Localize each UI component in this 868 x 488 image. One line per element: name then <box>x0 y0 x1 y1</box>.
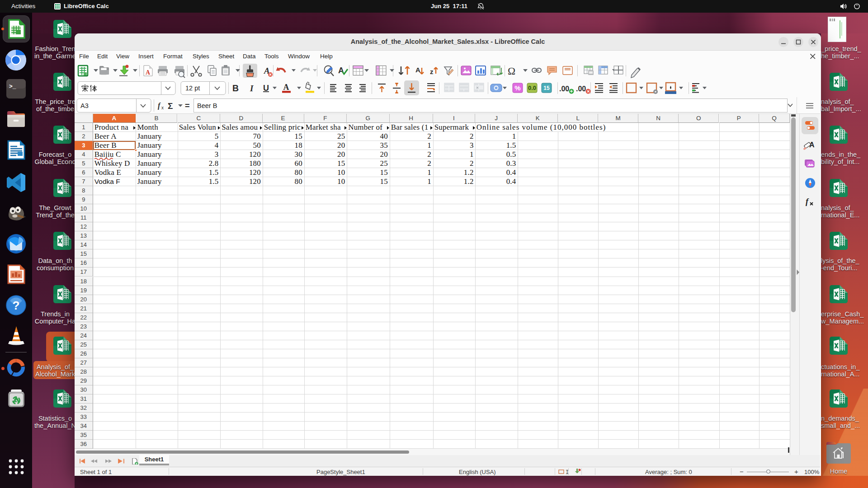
svg-text:f: f <box>806 197 809 206</box>
svg-text:.00: .00 <box>559 85 569 93</box>
svg-text:U: U <box>263 84 269 93</box>
svg-text:%: % <box>514 84 520 92</box>
svg-text:Σ: Σ <box>168 101 173 111</box>
svg-text:0.0: 0.0 <box>528 84 536 91</box>
svg-text:I: I <box>250 84 254 93</box>
svg-text:.00: .00 <box>576 85 586 93</box>
svg-text:A: A <box>283 83 289 92</box>
svg-text:B: B <box>232 83 239 93</box>
svg-text:?: ? <box>13 299 20 312</box>
svg-text:12 pt: 12 pt <box>185 84 200 92</box>
svg-text:z: z <box>430 68 434 75</box>
svg-text:Ω: Ω <box>508 66 515 77</box>
svg-text:Beer B: Beer B <box>197 102 217 109</box>
svg-text:15: 15 <box>543 85 550 91</box>
svg-text:A: A <box>146 69 151 76</box>
svg-text:>_: >_ <box>9 83 16 90</box>
svg-text:=: = <box>185 101 190 110</box>
svg-text:x: x <box>161 105 164 110</box>
svg-text:f: f <box>158 102 161 110</box>
svg-text:A3: A3 <box>80 102 89 109</box>
